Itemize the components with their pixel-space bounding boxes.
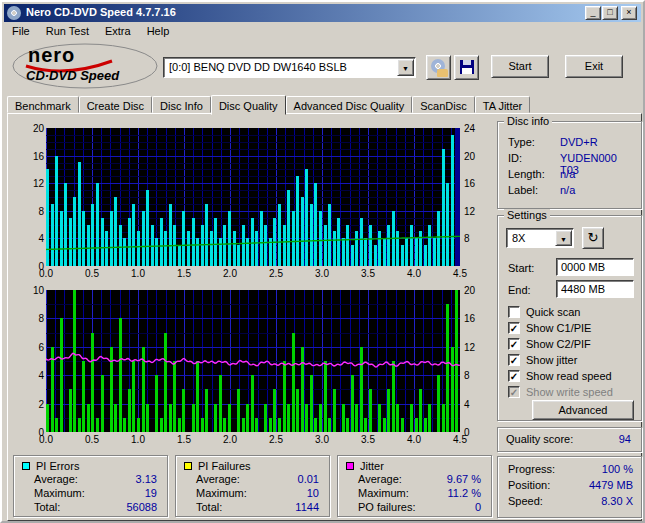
axis-tick-label: 3.5: [357, 434, 379, 445]
field-value: DVD+R: [560, 136, 598, 148]
stat-value: 10: [307, 487, 319, 499]
save-icon: [460, 60, 474, 74]
field-label: Label:: [508, 184, 538, 196]
tab-create-disc[interactable]: Create Disc: [79, 96, 152, 113]
dropdown-arrow-icon[interactable]: ▼: [397, 59, 414, 76]
tab-scandisc[interactable]: ScanDisc: [412, 96, 474, 113]
tab-disc-info[interactable]: Disc Info: [152, 96, 211, 113]
axis-tick-label: 4.5: [449, 268, 471, 279]
axis-tick-label: 24: [464, 123, 475, 134]
refresh-icon: ↻: [588, 230, 599, 245]
axis-tick-label: 20: [464, 285, 475, 296]
stat-row-average-: Average:9.67 %: [358, 473, 483, 485]
start-mb-input[interactable]: [556, 258, 634, 276]
tab-disc-quality[interactable]: Disc Quality: [211, 95, 286, 115]
stats-header: PI Failures: [184, 460, 251, 472]
stat-value: 19: [145, 487, 157, 499]
checkbox-box[interactable]: ✓: [508, 322, 520, 334]
axis-tick-label: 1.5: [173, 268, 195, 279]
menu-item-help[interactable]: Help: [139, 22, 178, 39]
axis-tick-label: 8: [38, 313, 44, 324]
pi-errors-x-axis: 0.00.51.01.52.02.53.03.54.04.5: [46, 268, 460, 280]
app-window: Nero CD-DVD Speed 4.7.7.16 _ □ × FileRun…: [0, 0, 645, 523]
axis-tick-label: 4.5: [449, 434, 471, 445]
stat-row-average-: Average:3.13: [34, 473, 159, 485]
exit-button[interactable]: Exit: [565, 55, 623, 78]
stats-title: PI Failures: [198, 460, 251, 472]
stat-label: Average:: [358, 473, 402, 485]
legend-swatch-icon: [22, 462, 30, 470]
axis-tick-label: 20: [33, 123, 44, 134]
axis-tick-label: 4: [464, 399, 470, 410]
checkbox-label: Show write speed: [526, 386, 613, 398]
logo-name: nero: [28, 44, 75, 67]
checkbox-box[interactable]: [508, 306, 520, 318]
drive-select-value: [0:0] BENQ DVD DD DW1640 BSLB: [169, 61, 347, 73]
axis-tick-label: 4: [38, 370, 44, 381]
logo-product: CD·DVD Speed: [26, 68, 119, 83]
quality-score-label: Quality score:: [506, 433, 573, 445]
stat-row-maximum-: Maximum:19: [34, 487, 159, 499]
stat-label: Maximum:: [34, 487, 85, 499]
field-label: Type:: [508, 136, 535, 148]
stat-label: Total:: [196, 501, 222, 513]
minimize-button[interactable]: _: [585, 6, 601, 20]
checkbox-label: Show C2/PIF: [526, 338, 591, 350]
checkbox-label: Show jitter: [526, 354, 577, 366]
axis-tick-label: 12: [464, 206, 475, 217]
close-button[interactable]: ×: [621, 6, 637, 20]
tab-benchmark[interactable]: Benchmark: [7, 96, 79, 113]
field-label: Position:: [508, 479, 550, 491]
disc-info-row-length-: Length:n/a: [508, 168, 635, 182]
end-mb-input[interactable]: [556, 280, 634, 298]
checkbox-label: Quick scan: [526, 306, 580, 318]
refresh-button[interactable]: ↻: [582, 227, 604, 249]
legend-swatch-icon: [184, 462, 192, 470]
checkbox-box[interactable]: ✓: [508, 370, 520, 382]
start-mb-label: Start:: [508, 262, 534, 274]
menu-item-run-test[interactable]: Run Test: [38, 22, 97, 39]
axis-tick-label: 2: [38, 399, 44, 410]
stat-row-average-: Average:0.01: [196, 473, 321, 485]
pi-failures-right-axis: 048121620: [464, 290, 490, 432]
field-value: 4479 MB: [589, 479, 633, 491]
axis-tick-label: 10: [33, 285, 44, 296]
stat-value: 11.2 %: [448, 487, 481, 499]
axis-tick-label: 12: [464, 342, 475, 353]
disc-info-row-id-: ID:YUDEN000 T03: [508, 152, 635, 166]
stats-title: Jitter: [360, 460, 384, 472]
tab-advanced-disc-quality[interactable]: Advanced Disc Quality: [286, 96, 413, 113]
speed-select[interactable]: 8X ▼: [506, 228, 574, 248]
save-button[interactable]: [454, 55, 479, 80]
pi-errors-left-axis: 048121620: [16, 128, 44, 266]
axis-tick-label: 1.0: [127, 434, 149, 445]
quality-score-value: 94: [619, 433, 631, 445]
field-label: Length:: [508, 168, 545, 180]
axis-tick-label: 4.0: [403, 268, 425, 279]
field-label: Progress:: [508, 463, 555, 475]
stat-row-total-: Total:56088: [34, 501, 159, 513]
checkbox-box[interactable]: ✓: [508, 338, 520, 350]
axis-tick-label: 0.0: [35, 268, 57, 279]
start-button[interactable]: Start: [491, 55, 549, 78]
dropdown-arrow-icon[interactable]: ▼: [555, 230, 572, 246]
axis-tick-label: 2.0: [219, 434, 241, 445]
checkbox-box[interactable]: ✓: [508, 354, 520, 366]
menu-item-file[interactable]: File: [4, 22, 38, 39]
tab-ta-jitter[interactable]: TA Jitter: [475, 96, 531, 113]
axis-tick-label: 3.5: [357, 268, 379, 279]
checkbox-box: ✓: [508, 386, 520, 398]
maximize-button[interactable]: □: [602, 6, 618, 20]
drive-select[interactable]: [0:0] BENQ DVD DD DW1640 BSLB ▼: [163, 57, 416, 78]
axis-tick-label: 6: [38, 342, 44, 353]
menu-item-extra[interactable]: Extra: [97, 22, 139, 39]
hand-icon: [437, 69, 448, 77]
stat-row-total-: Total:1144: [196, 501, 321, 513]
quality-score-box: Quality score: 94: [497, 427, 642, 452]
nero-logo: nero CD·DVD Speed: [10, 43, 160, 90]
advanced-button[interactable]: Advanced: [532, 400, 634, 420]
progress-row-speed-: Speed:8.30 X: [508, 495, 635, 509]
axis-tick-label: 8: [464, 233, 470, 244]
stats-title: PI Errors: [36, 460, 79, 472]
eject-disc-button[interactable]: [426, 55, 451, 80]
